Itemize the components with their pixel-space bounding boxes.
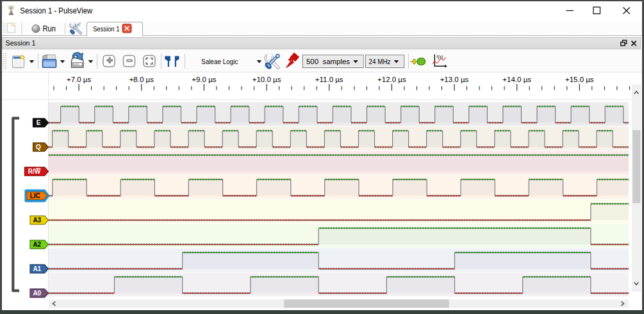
svg-text:Session 1: Session 1 (6, 38, 36, 47)
svg-text:A2: A2 (33, 241, 41, 248)
svg-text:Saleae Logic: Saleae Logic (201, 58, 238, 65)
svg-text:Run: Run (43, 24, 56, 33)
svg-text:Session 1: Session 1 (93, 24, 120, 33)
svg-text:24 MHz: 24 MHz (369, 58, 391, 65)
svg-text:+9.0 µs: +9.0 µs (192, 76, 217, 83)
svg-text:LIC: LIC (30, 192, 40, 199)
svg-text:+13.0 µs: +13.0 µs (440, 76, 469, 83)
svg-text:A1: A1 (33, 265, 41, 272)
svg-text:Session 1 - PulseView: Session 1 - PulseView (20, 6, 92, 15)
svg-text:500 samples: 500 samples (306, 58, 350, 65)
svg-text:E: E (37, 119, 41, 126)
svg-text:R/W: R/W (28, 168, 41, 175)
svg-text:+14.0 µs: +14.0 µs (502, 76, 531, 83)
svg-text:+8.0 µs: +8.0 µs (129, 76, 154, 83)
svg-text:+15.0 µs: +15.0 µs (565, 76, 594, 83)
svg-text:Q: Q (36, 144, 41, 151)
svg-text:+11.0 µs: +11.0 µs (315, 76, 343, 83)
svg-text:+7.0 µs: +7.0 µs (67, 76, 92, 83)
svg-text:+12.0 µs: +12.0 µs (377, 76, 406, 83)
svg-text:+10.0 µs: +10.0 µs (252, 76, 281, 83)
svg-text:A0: A0 (33, 290, 41, 297)
svg-text:f(x): f(x) (437, 54, 443, 60)
svg-text:A3: A3 (33, 217, 41, 224)
